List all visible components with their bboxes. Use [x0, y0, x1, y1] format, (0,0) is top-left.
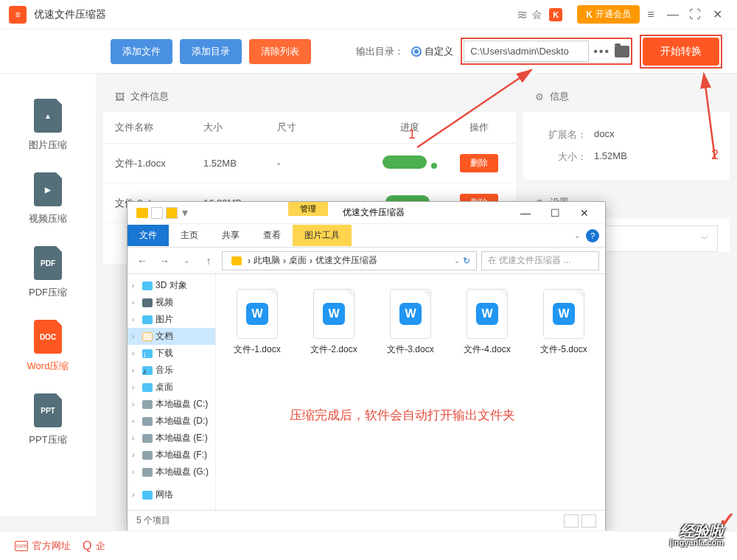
- ribbon-context-label: 管理: [288, 202, 328, 216]
- exp-maximize-icon[interactable]: ☐: [540, 203, 570, 223]
- folder-icon: [136, 208, 148, 218]
- start-convert-button[interactable]: 开始转换: [643, 38, 719, 66]
- k-badge: K: [549, 8, 562, 21]
- delete-button[interactable]: 删除: [460, 154, 498, 172]
- exp-close-icon[interactable]: ✕: [570, 203, 599, 223]
- convert-highlight-box: 开始转换: [640, 35, 722, 69]
- file-item[interactable]: W文件-3.docx: [381, 289, 440, 356]
- view-large-icon[interactable]: [581, 514, 596, 528]
- ppt-icon: PPT: [34, 393, 62, 427]
- sidebar-item-ppt[interactable]: PPT PPT压缩: [0, 383, 96, 457]
- close-icon[interactable]: ✕: [706, 4, 728, 26]
- col-name: 文件名称: [115, 121, 203, 134]
- path-highlight-box: •••: [461, 38, 632, 65]
- table-header-row: 文件名称 大小 尺寸 进度 操作: [103, 112, 516, 144]
- file-item[interactable]: W文件-4.docx: [458, 289, 517, 356]
- table-row[interactable]: 文件-1.docx 1.52MB - 删除: [103, 144, 516, 183]
- video-icon: ▶: [34, 172, 62, 206]
- output-custom-radio[interactable]: 自定义: [411, 45, 453, 58]
- nav-up-icon[interactable]: ↑: [200, 252, 217, 270]
- toolbar: 添加文件 添加目录 清除列表 输出目录： 自定义 ••• 开始转换: [0, 29, 737, 74]
- tree-item[interactable]: ›本地磁盘 (F:): [128, 447, 215, 463]
- nav-back-icon[interactable]: ←: [133, 252, 151, 270]
- chevron-down-icon: ﹀: [701, 234, 708, 244]
- sidebar-item-video[interactable]: ▶ 视频压缩: [0, 162, 96, 236]
- clear-list-button[interactable]: 清除列表: [249, 39, 311, 64]
- ribbon-tab-tools[interactable]: 图片工具: [293, 225, 352, 246]
- view-details-icon[interactable]: [564, 514, 579, 528]
- tree-item[interactable]: ›本地磁盘 (C:): [128, 396, 215, 413]
- qq-link[interactable]: Q 企: [83, 539, 105, 553]
- tree-item[interactable]: ›本地磁盘 (D:): [128, 413, 215, 430]
- ribbon-tab-file[interactable]: 文件: [128, 225, 169, 246]
- col-op: 操作: [454, 121, 504, 134]
- menu-icon[interactable]: ≡: [640, 4, 662, 26]
- explorer-file-pane[interactable]: W文件-1.docx W文件-2.docx W文件-3.docx W文件-4.d…: [216, 274, 605, 510]
- nav-history-icon[interactable]: ⌄: [178, 252, 195, 270]
- progress-cell: [366, 155, 454, 171]
- path-browse-dots[interactable]: •••: [593, 45, 610, 58]
- tree-item[interactable]: ›↓下载: [128, 345, 215, 362]
- app-title: 优速文件压缩器: [34, 8, 106, 21]
- qat-item[interactable]: [166, 207, 178, 219]
- refresh-icon[interactable]: ↻: [463, 256, 470, 266]
- annotation-text: 压缩完成后，软件会自动打开输出文件夹: [290, 407, 515, 424]
- official-site-link[interactable]: com 官方网址: [15, 539, 71, 553]
- file-info-header: 🖼 文件信息: [103, 81, 516, 112]
- search-input[interactable]: 在 优速文件压缩器 ...: [481, 251, 599, 270]
- annotation-marker-2: 2: [711, 147, 719, 163]
- add-folder-button[interactable]: 添加目录: [180, 39, 242, 64]
- ribbon-tab-view[interactable]: 查看: [251, 225, 293, 246]
- ribbon-tab-share[interactable]: 共享: [210, 225, 251, 246]
- vip-button[interactable]: K 开通会员: [577, 5, 640, 24]
- ribbon-tab-home[interactable]: 主页: [169, 225, 210, 246]
- explorer-tree: ›3D 对象 ›视频 ›图片 ›文档 ›↓下载 ›♪音乐 ›桌面 ›本地磁盘 (…: [128, 274, 216, 510]
- pdf-icon: PDF: [34, 246, 62, 280]
- sidebar: ▲ 图片压缩 ▶ 视频压缩 PDF PDF压缩 DOC Word压缩 PPT P…: [0, 74, 96, 516]
- tree-item[interactable]: ›图片: [128, 311, 215, 328]
- app-icon: ≡: [9, 6, 27, 24]
- nav-forward-icon[interactable]: →: [156, 252, 173, 270]
- member-area[interactable]: ≋ 会: [517, 7, 542, 23]
- tree-item[interactable]: ›桌面: [128, 379, 215, 396]
- ribbon-collapse-icon[interactable]: ⌄: [574, 231, 580, 239]
- address-bar[interactable]: › 此电脑› 桌面› 优速文件压缩器 ⌄ ↻: [222, 251, 477, 270]
- add-file-button[interactable]: 添加文件: [111, 39, 172, 64]
- title-bar: ≡ 优速文件压缩器 ≋ 会 K K 开通会员 ≡ — ⛶ ✕: [0, 0, 737, 29]
- exp-minimize-icon[interactable]: —: [511, 203, 540, 223]
- file-item[interactable]: W文件-5.docx: [534, 289, 593, 356]
- minimize-icon[interactable]: —: [662, 4, 684, 26]
- tree-item[interactable]: ›网络: [128, 486, 215, 503]
- explorer-statusbar: 5 个项目: [128, 510, 605, 531]
- tree-item[interactable]: ›本地磁盘 (G:): [128, 463, 215, 480]
- col-size: 大小: [203, 121, 277, 134]
- tree-item[interactable]: ›本地磁盘 (E:): [128, 430, 215, 447]
- tree-item-selected[interactable]: ›文档: [128, 328, 215, 345]
- tree-item[interactable]: ›3D 对象: [128, 277, 215, 294]
- explorer-nav: ← → ⌄ ↑ › 此电脑› 桌面› 优速文件压缩器 ⌄ ↻ 在 优速文件压缩器…: [128, 248, 605, 274]
- bottom-bar: com 官方网址 Q 企: [0, 531, 737, 560]
- file-item[interactable]: W文件-1.docx: [228, 289, 287, 356]
- info-header: ⚙ 信息: [523, 81, 730, 112]
- watermark: 经验啦 jingyanla.com: [670, 524, 724, 547]
- doc-icon: DOC: [34, 320, 62, 354]
- help-icon[interactable]: ?: [586, 229, 599, 242]
- gear-icon: ⚙: [535, 91, 544, 102]
- explorer-titlebar: ▾ 优速文件压缩器 — ☐ ✕: [128, 202, 605, 224]
- maximize-icon[interactable]: ⛶: [684, 4, 706, 26]
- tree-item[interactable]: ›♪音乐: [128, 362, 215, 379]
- file-item[interactable]: W文件-2.docx: [304, 289, 363, 356]
- image-icon: ▲: [34, 99, 62, 133]
- folder-icon[interactable]: [615, 46, 629, 57]
- sidebar-item-word[interactable]: DOC Word压缩: [0, 309, 96, 383]
- explorer-window: 管理 ▾ 优速文件压缩器 — ☐ ✕ 文件 主页 共享 查看 图片工具 ⌄ ? …: [127, 201, 606, 531]
- sidebar-item-image[interactable]: ▲ 图片压缩: [0, 88, 96, 162]
- output-path-input[interactable]: [464, 41, 589, 62]
- tree-item[interactable]: ›视频: [128, 294, 215, 311]
- col-dim: 尺寸: [277, 121, 366, 134]
- image-icon: 🖼: [115, 91, 125, 102]
- qat-dropdown[interactable]: ▾: [182, 206, 188, 220]
- sidebar-item-pdf[interactable]: PDF PDF压缩: [0, 236, 96, 309]
- explorer-ribbon: 文件 主页 共享 查看 图片工具 ⌄ ?: [128, 224, 605, 248]
- qat-item[interactable]: [151, 207, 163, 219]
